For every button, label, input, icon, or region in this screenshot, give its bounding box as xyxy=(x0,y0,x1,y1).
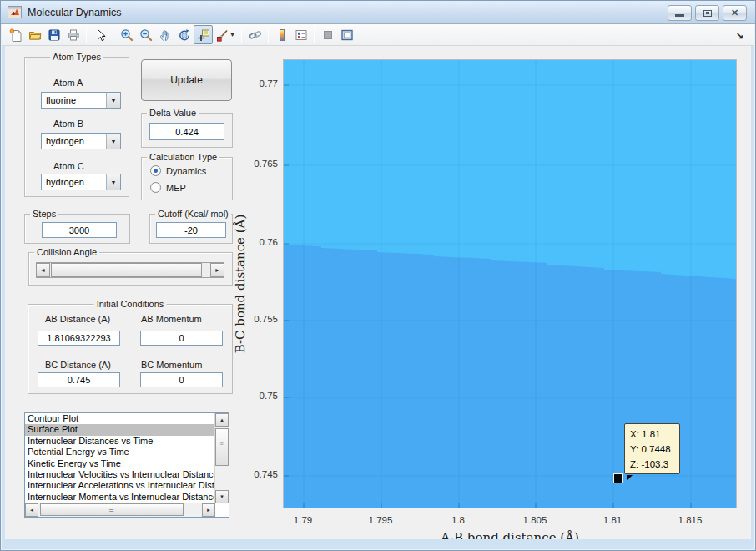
dock-figure-button[interactable] xyxy=(337,25,356,44)
data-cursor-marker[interactable] xyxy=(613,473,623,483)
cutoff-field[interactable]: -20 xyxy=(156,222,226,238)
scroll-right-arrow[interactable]: ► xyxy=(202,503,215,517)
list-item[interactable]: Potential Energy vs Time xyxy=(25,447,214,457)
mep-radio-label: MEP xyxy=(166,183,186,193)
atom-types-title: Atom Types xyxy=(50,52,103,62)
horizontal-scroll-thumb[interactable]: ☰ xyxy=(40,503,184,516)
list-item[interactable]: Contour Plot xyxy=(25,413,214,424)
new-figure-button[interactable] xyxy=(6,25,25,44)
new-figure-icon xyxy=(9,28,23,42)
toolbar-separator xyxy=(314,28,315,43)
atom-c-value: hydrogen xyxy=(46,177,84,187)
rotate-3d-icon xyxy=(178,28,191,42)
link-plots-button[interactable] xyxy=(245,25,265,44)
steps-field[interactable]: 3000 xyxy=(42,222,117,238)
pan-button[interactable] xyxy=(155,25,174,44)
y-tick-label: 0.745 xyxy=(241,469,278,479)
ab-momentum-field[interactable]: 0 xyxy=(140,331,223,346)
cutoff-panel: Cutoff (Kcal/ mol) -20 xyxy=(149,214,233,244)
vertical-scroll-thumb[interactable]: ≡ xyxy=(215,428,229,466)
plot-type-listbox[interactable]: Contour Plot Surface Plot Internuclear D… xyxy=(24,412,229,518)
initial-conditions-panel: Initial Conditions AB Distance (A) AB Mo… xyxy=(28,304,233,394)
bc-momentum-field[interactable]: 0 xyxy=(140,372,223,387)
update-button[interactable]: Update xyxy=(141,59,232,101)
rotate-3d-button[interactable] xyxy=(174,25,194,44)
dynamics-radio-label: Dynamics xyxy=(166,166,206,176)
slider-left-arrow[interactable]: ◄ xyxy=(36,263,50,277)
atom-a-value: fluorine xyxy=(46,95,76,105)
colorbar-icon xyxy=(275,28,289,42)
atom-c-dropdown[interactable]: hydrogen ▼ xyxy=(41,174,121,190)
brush-data-button[interactable]: ▾ xyxy=(213,25,238,44)
zoom-in-icon xyxy=(120,28,134,42)
ab-momentum-label: AB Momentum xyxy=(141,314,202,324)
minimize-icon xyxy=(675,14,684,17)
close-icon: ✕ xyxy=(731,8,738,18)
window-frame-left xyxy=(2,24,5,549)
data-tip[interactable]: X: 1.81 Y: 0.7448 Z: -103.3 xyxy=(624,423,680,474)
data-tip-z: Z: -103.3 xyxy=(630,457,679,472)
x-tick-label: 1.79 xyxy=(280,515,326,525)
hide-plot-tools-button[interactable] xyxy=(318,25,337,44)
list-item[interactable]: Internuclear Velocities vs Internuclear … xyxy=(25,469,214,480)
delta-value-field[interactable]: 0.424 xyxy=(149,123,224,140)
collision-angle-title: Collision Angle xyxy=(34,247,99,257)
legend-icon xyxy=(295,28,308,42)
scroll-down-arrow[interactable]: ▼ xyxy=(215,490,229,503)
zoom-out-button[interactable] xyxy=(136,25,155,44)
brush-icon xyxy=(216,28,229,42)
steps-panel: Steps 3000 xyxy=(24,214,130,244)
ab-distance-field[interactable]: 1.81069322293 xyxy=(38,331,120,346)
list-item[interactable]: Internuclear Momenta vs Internuclear Dis… xyxy=(25,492,214,503)
collision-angle-slider[interactable]: ◄ ► xyxy=(36,262,224,278)
minimize-button[interactable] xyxy=(668,5,692,21)
atom-a-dropdown[interactable]: fluorine ▼ xyxy=(41,92,121,109)
maximize-button[interactable] xyxy=(695,5,719,21)
pan-hand-icon xyxy=(159,28,172,42)
insert-legend-button[interactable] xyxy=(291,25,310,44)
mep-radio[interactable] xyxy=(150,182,161,193)
data-cursor-icon xyxy=(197,28,210,42)
listbox-horizontal-scrollbar[interactable]: ◄ ☰ ► xyxy=(25,503,215,517)
matlab-app-icon xyxy=(8,6,22,18)
listbox-vertical-scrollbar[interactable]: ▲ ≡ ▼ xyxy=(214,413,229,503)
save-figure-icon xyxy=(48,28,61,42)
list-item-selected[interactable]: Surface Plot xyxy=(25,424,214,435)
list-item[interactable]: Internuclear Accelerations vs Internucle… xyxy=(25,480,214,491)
slider-right-arrow[interactable]: ► xyxy=(210,263,224,277)
toolbar-overflow-icon[interactable]: ↘ xyxy=(736,30,743,41)
atom-a-dropdown-arrow-icon[interactable]: ▼ xyxy=(106,93,120,108)
bc-distance-field[interactable]: 0.745 xyxy=(38,372,120,387)
open-file-icon xyxy=(28,28,42,42)
link-plots-icon xyxy=(249,28,262,42)
print-figure-button[interactable] xyxy=(63,25,83,44)
x-tick-label: 1.8 xyxy=(435,515,481,525)
data-cursor-button[interactable] xyxy=(194,25,213,44)
figure-toolbar: ▾ xyxy=(2,24,754,46)
atom-c-dropdown-arrow-icon[interactable]: ▼ xyxy=(106,174,120,190)
data-tip-y: Y: 0.7448 xyxy=(630,442,679,457)
save-figure-button[interactable] xyxy=(44,25,63,44)
zoom-out-icon xyxy=(139,28,153,42)
titlebar: Molecular Dynamics ✕ xyxy=(1,1,755,24)
scroll-up-arrow[interactable]: ▲ xyxy=(215,413,229,427)
zoom-in-button[interactable] xyxy=(117,25,136,44)
bc-distance-label: BC Distance (A) xyxy=(45,360,111,370)
edit-plot-button[interactable] xyxy=(90,25,109,44)
steps-title: Steps xyxy=(30,209,58,219)
brush-dropdown-caret[interactable]: ▾ xyxy=(230,31,234,38)
data-tip-x: X: 1.81 xyxy=(630,427,679,442)
atom-b-dropdown-arrow-icon[interactable]: ▼ xyxy=(106,134,120,149)
toolbar-separator xyxy=(113,28,113,43)
insert-colorbar-button[interactable] xyxy=(272,25,291,44)
atom-b-label: Atom B xyxy=(53,119,83,129)
window-frame-bottom xyxy=(2,539,754,549)
list-item[interactable]: Kinetic Energy vs Time xyxy=(25,458,214,469)
slider-thumb[interactable] xyxy=(51,263,202,277)
open-file-button[interactable] xyxy=(25,25,44,44)
scroll-left-arrow[interactable]: ◄ xyxy=(25,503,38,517)
dynamics-radio[interactable] xyxy=(150,165,161,176)
close-button[interactable]: ✕ xyxy=(723,5,747,21)
list-item[interactable]: Internuclear Distances vs Time xyxy=(25,436,214,447)
atom-b-dropdown[interactable]: hydrogen ▼ xyxy=(41,133,121,149)
